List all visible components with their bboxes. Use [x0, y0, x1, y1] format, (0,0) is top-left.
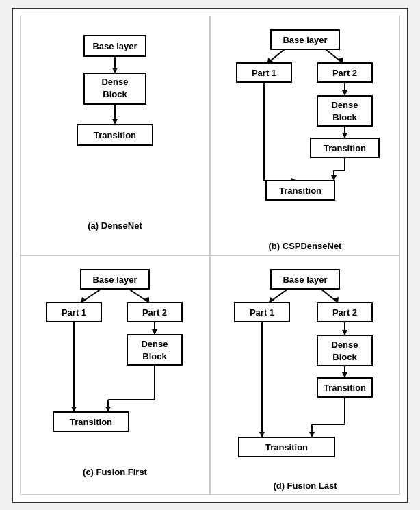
diagrams-grid: Base layer Dense Block Transition (a) De… — [20, 16, 400, 495]
svg-marker-36 — [331, 175, 337, 181]
diagram-d: Base layer Part 1 Part 2 Dense Bl — [210, 255, 400, 495]
svg-text:Part 1: Part 1 — [252, 68, 276, 78]
svg-marker-55 — [71, 407, 77, 412]
svg-text:Dense: Dense — [141, 339, 168, 349]
svg-text:Base layer: Base layer — [283, 35, 327, 45]
svg-text:Transition: Transition — [265, 442, 308, 452]
svg-text:Block: Block — [332, 112, 357, 123]
svg-text:Base layer: Base layer — [92, 275, 137, 285]
svg-text:Transition: Transition — [94, 130, 136, 140]
svg-text:Part 1: Part 1 — [62, 307, 86, 318]
svg-text:Dense: Dense — [331, 100, 358, 110]
svg-text:Part 2: Part 2 — [142, 307, 167, 318]
svg-text:Base layer: Base layer — [92, 41, 137, 51]
label-c: (c) Fusion First — [83, 467, 147, 477]
svg-text:Part 2: Part 2 — [332, 68, 357, 78]
label-b: (b) CSPDenseNet — [269, 241, 342, 251]
svg-line-15 — [326, 49, 343, 63]
svg-text:Dense: Dense — [331, 340, 358, 350]
svg-marker-8 — [112, 119, 118, 125]
svg-text:Dense: Dense — [101, 77, 128, 87]
svg-marker-59 — [105, 407, 111, 412]
svg-text:Transition: Transition — [324, 143, 366, 153]
svg-marker-73 — [342, 330, 347, 335]
diagram-a-svg: Base layer Dense Block Transition — [40, 23, 190, 215]
diagram-b: Base layer Part 1 Part 2 Dense Bl — [210, 16, 400, 255]
diagram-c: Base layer Part 1 Part 2 Dense Bl — [20, 255, 210, 495]
svg-marker-86 — [309, 432, 315, 437]
svg-text:Part 2: Part 2 — [332, 307, 357, 318]
svg-marker-50 — [152, 329, 157, 335]
svg-line-43 — [129, 289, 149, 303]
svg-text:Block: Block — [142, 351, 167, 361]
diagram-b-svg: Base layer Part 1 Part 2 Dense Bl — [216, 23, 394, 235]
svg-marker-14 — [267, 58, 273, 63]
svg-text:Transition: Transition — [279, 186, 321, 196]
svg-text:Transition: Transition — [324, 383, 366, 393]
label-a: (a) DenseNet — [88, 220, 142, 231]
diagram-a: Base layer Dense Block Transition (a) De… — [20, 16, 210, 255]
svg-text:Block: Block — [332, 352, 357, 362]
svg-marker-65 — [269, 297, 274, 303]
svg-marker-27 — [342, 133, 347, 138]
svg-marker-78 — [342, 372, 347, 378]
svg-marker-82 — [259, 432, 265, 437]
svg-line-66 — [321, 289, 338, 303]
svg-text:Transition: Transition — [70, 417, 112, 427]
svg-text:Part 1: Part 1 — [250, 307, 274, 318]
svg-marker-3 — [112, 68, 118, 73]
svg-text:Block: Block — [103, 89, 127, 99]
diagram-d-svg: Base layer Part 1 Part 2 Dense Bl — [220, 263, 391, 475]
diagram-c-svg: Base layer Part 1 Part 2 Dense Bl — [33, 263, 197, 461]
svg-text:Base layer: Base layer — [283, 275, 327, 285]
main-container: Base layer Dense Block Transition (a) De… — [12, 8, 408, 503]
label-d: (d) Fusion Last — [273, 481, 337, 491]
svg-marker-22 — [342, 90, 347, 96]
